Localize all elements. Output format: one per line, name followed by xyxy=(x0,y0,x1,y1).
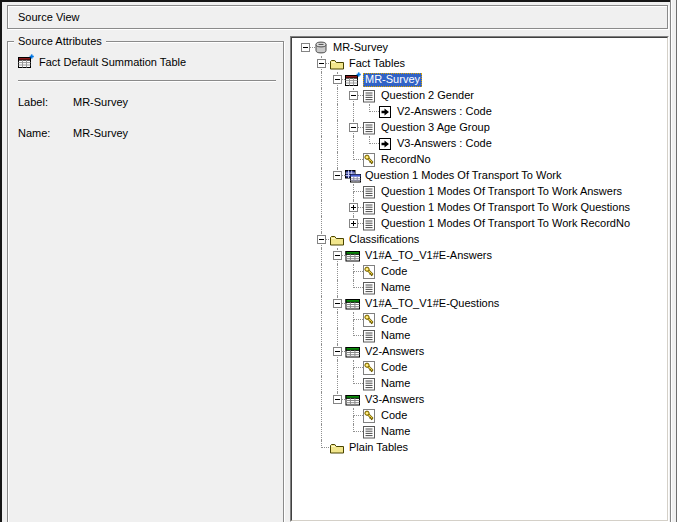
list-icon[interactable] xyxy=(361,200,377,216)
minus-glyph xyxy=(319,239,324,240)
folder-icon[interactable] xyxy=(329,56,345,72)
tree-item-label[interactable]: Fact Tables xyxy=(347,57,407,71)
source-view-window: Source View Source Attributes Fact Defau… xyxy=(0,0,677,522)
collapse-minus-icon[interactable] xyxy=(317,59,326,68)
tree-guide xyxy=(337,120,338,136)
list-icon[interactable] xyxy=(361,280,377,296)
tree-guide xyxy=(337,312,338,328)
multi-table-icon[interactable] xyxy=(345,168,361,184)
key-icon[interactable] xyxy=(361,264,377,280)
tree-item-label[interactable]: V1#A_TO_V1#E-Answers xyxy=(363,249,494,263)
arrow-icon[interactable] xyxy=(377,104,393,120)
tree-row: Question 1 Modes Of Transport To Work Qu… xyxy=(292,200,667,216)
tree-item-label[interactable]: Question 1 Modes Of Transport To Work xyxy=(363,169,563,183)
tree-item-label[interactable]: Plain Tables xyxy=(347,441,410,455)
collapse-minus-icon[interactable] xyxy=(317,235,326,244)
list-icon[interactable] xyxy=(361,216,377,232)
tree-row: Question 1 Modes Of Transport To Work Re… xyxy=(292,216,667,232)
collapse-minus-icon[interactable] xyxy=(349,91,358,100)
list-icon[interactable] xyxy=(361,88,377,104)
minus-glyph xyxy=(303,47,308,48)
source-attributes-group: Source Attributes Fact Default Summation… xyxy=(7,41,284,522)
collapse-minus-icon[interactable] xyxy=(333,347,342,356)
tree-item-label[interactable]: V3-Answers xyxy=(363,393,426,407)
tree-row: Code xyxy=(292,312,667,328)
tree-item-label[interactable]: V2-Answers xyxy=(363,345,426,359)
tree-item-label[interactable]: Name xyxy=(379,281,412,295)
tree-row: Name xyxy=(292,376,667,392)
tree-row: MR-Survey xyxy=(292,40,667,56)
class-table-icon[interactable] xyxy=(345,344,361,360)
key-icon[interactable] xyxy=(361,312,377,328)
minus-glyph xyxy=(335,255,340,256)
field-value: MR-Survey xyxy=(73,127,128,139)
minus-glyph xyxy=(351,127,356,128)
tree-item-label[interactable]: Code xyxy=(379,409,409,423)
tree-row: Name xyxy=(292,328,667,344)
tree-row: Plain Tables xyxy=(292,440,667,456)
collapse-minus-icon[interactable] xyxy=(333,171,342,180)
tree-item-label[interactable]: Code xyxy=(379,313,409,327)
tree-row: Question 1 Modes Of Transport To Work An… xyxy=(292,184,667,200)
key-icon[interactable] xyxy=(361,408,377,424)
tree-item-label[interactable]: Name xyxy=(379,425,412,439)
window-title-bar: Source View xyxy=(7,5,668,29)
list-icon[interactable] xyxy=(361,120,377,136)
tree-row: Name xyxy=(292,280,667,296)
tree-guide xyxy=(353,320,354,328)
tree-item-label[interactable]: MR-Survey xyxy=(363,73,422,87)
tree-row: Code xyxy=(292,408,667,424)
class-table-icon[interactable] xyxy=(345,296,361,312)
tree-item-label[interactable]: V1#A_TO_V1#E-Questions xyxy=(363,297,501,311)
collapse-minus-icon[interactable] xyxy=(333,395,342,404)
collapse-minus-icon[interactable] xyxy=(301,43,310,52)
tree-row: Code xyxy=(292,264,667,280)
tree-item-label[interactable]: Question 2 Gender xyxy=(379,89,476,103)
list-icon[interactable] xyxy=(361,424,377,440)
tree-row: V1#A_TO_V1#E-Questions xyxy=(292,296,667,312)
tree-item-label[interactable]: Name xyxy=(379,329,412,343)
collapse-minus-icon[interactable] xyxy=(333,299,342,308)
tree-item-label[interactable]: Question 1 Modes Of Transport To Work Re… xyxy=(379,217,632,231)
expand-plus-icon[interactable] xyxy=(349,219,358,228)
key-icon[interactable] xyxy=(361,360,377,376)
tree-item-label[interactable]: V2-Answers : Code xyxy=(395,105,494,119)
tree-guide xyxy=(321,120,322,136)
tree-row: RecordNo xyxy=(292,152,667,168)
tree-item-label[interactable]: Code xyxy=(379,361,409,375)
tree-row: Fact Tables xyxy=(292,56,667,72)
tree-guide xyxy=(321,136,322,152)
tree-item-label[interactable]: Question 1 Modes Of Transport To Work An… xyxy=(379,185,624,199)
tree-item-label[interactable]: Code xyxy=(379,265,409,279)
expand-plus-icon[interactable] xyxy=(349,203,358,212)
key-icon[interactable] xyxy=(361,152,377,168)
tree-item-label[interactable]: Question 1 Modes Of Transport To Work Qu… xyxy=(379,201,632,215)
tree-row: V3-Answers : Code xyxy=(292,136,667,152)
collapse-minus-icon[interactable] xyxy=(333,251,342,260)
list-icon[interactable] xyxy=(361,376,377,392)
class-table-icon[interactable] xyxy=(345,248,361,264)
database-icon[interactable] xyxy=(313,40,329,56)
tree-item-label[interactable]: Name xyxy=(379,377,412,391)
tree-row: Question 1 Modes Of Transport To Work xyxy=(292,168,667,184)
collapse-minus-icon[interactable] xyxy=(349,123,358,132)
tree-item-label[interactable]: Question 3 Age Group xyxy=(379,121,492,135)
fact-table-icon[interactable] xyxy=(345,72,361,88)
tree-row: V2-Answers xyxy=(292,344,667,360)
folder-icon[interactable] xyxy=(329,440,345,456)
list-icon[interactable] xyxy=(361,184,377,200)
tree-row: Code xyxy=(292,360,667,376)
tree-item-label[interactable]: Classifications xyxy=(347,233,421,247)
class-table-icon[interactable] xyxy=(345,392,361,408)
tree-guide xyxy=(337,136,338,152)
tree-item-label[interactable]: RecordNo xyxy=(379,153,433,167)
tree-item-label[interactable]: V3-Answers : Code xyxy=(395,137,494,151)
tree-item-label[interactable]: MR-Survey xyxy=(331,41,390,55)
list-icon[interactable] xyxy=(361,328,377,344)
folder-icon[interactable] xyxy=(329,232,345,248)
minus-glyph xyxy=(335,79,340,80)
tree-guide xyxy=(321,392,322,408)
collapse-minus-icon[interactable] xyxy=(333,75,342,84)
arrow-icon[interactable] xyxy=(377,136,393,152)
tree-guide xyxy=(321,264,322,280)
